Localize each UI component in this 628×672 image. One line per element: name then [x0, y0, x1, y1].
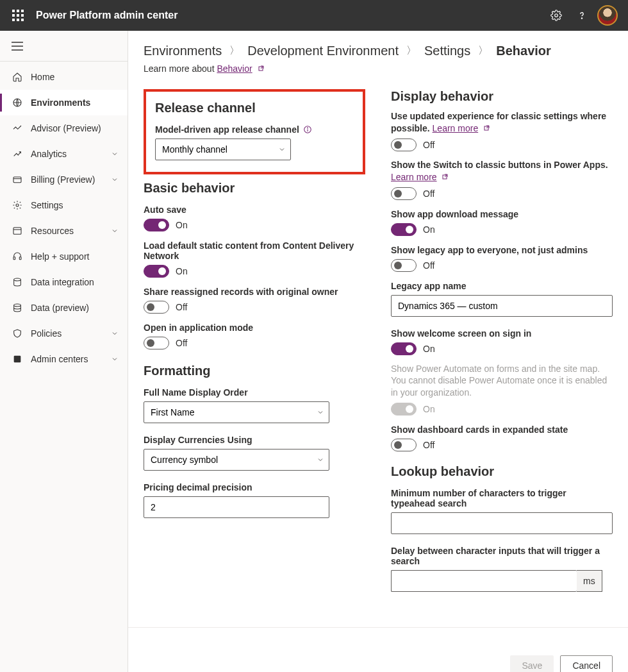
- cdn-label: Load default static content from Content…: [144, 240, 365, 261]
- user-avatar[interactable]: [597, 5, 618, 26]
- sidebar-item-help[interactable]: Help + support: [0, 244, 128, 269]
- nav-label: Help + support: [31, 251, 89, 262]
- chevron-right-icon: 〉: [478, 44, 488, 58]
- welcome-label: Show welcome screen on sign in: [391, 328, 613, 339]
- toggle-state: On: [423, 404, 435, 414]
- nav-label: Resources: [31, 226, 74, 236]
- delay-input[interactable]: [391, 570, 577, 592]
- sidebar-item-policies[interactable]: Policies: [0, 321, 128, 346]
- help-icon: [576, 10, 588, 21]
- svg-rect-12: [19, 257, 21, 260]
- data-integration-icon: [12, 277, 22, 287]
- external-link-icon: [258, 65, 265, 73]
- svg-rect-15: [14, 356, 21, 363]
- svg-rect-6: [13, 177, 21, 183]
- nav-label: Settings: [31, 200, 63, 210]
- learn-more-row: Learn more about Behavior: [144, 63, 613, 74]
- sidebar-item-environments[interactable]: Environments: [0, 90, 128, 115]
- save-button[interactable]: Save: [510, 655, 554, 672]
- breadcrumb-current: Behavior: [496, 44, 551, 58]
- sidebar-toggle[interactable]: [0, 31, 128, 62]
- sidebar-item-admin-centers[interactable]: Admin centers: [0, 346, 128, 372]
- precision-input[interactable]: [144, 496, 329, 518]
- sidebar-item-home[interactable]: Home: [0, 64, 128, 90]
- switch-classic-text: Show the Switch to classic buttons in Po…: [391, 159, 613, 183]
- switch-classic-toggle[interactable]: [391, 187, 417, 200]
- hamburger-icon: [12, 42, 23, 51]
- nav-label: Environments: [31, 97, 90, 108]
- svg-point-8: [16, 204, 19, 206]
- help-button[interactable]: [569, 0, 595, 31]
- currency-select[interactable]: Currency symbol: [144, 449, 329, 471]
- sidebar-item-analytics[interactable]: Analytics: [0, 141, 128, 167]
- learn-more-link[interactable]: Behavior: [217, 63, 252, 74]
- breadcrumb-item[interactable]: Settings: [424, 44, 470, 58]
- cdn-toggle[interactable]: [144, 265, 169, 278]
- sidebar-item-billing[interactable]: Billing (Preview): [0, 167, 128, 192]
- learn-more-link[interactable]: Learn more: [391, 172, 437, 182]
- settings-button[interactable]: [543, 0, 569, 31]
- headset-icon: [12, 251, 22, 262]
- nav-label: Data integration: [31, 277, 94, 287]
- dashboard-cards-toggle[interactable]: [391, 439, 417, 451]
- analytics-icon: [12, 149, 22, 159]
- download-msg-toggle[interactable]: [391, 223, 417, 236]
- breadcrumb: Environments 〉 Development Environment 〉…: [144, 44, 613, 58]
- share-reassigned-toggle[interactable]: [144, 301, 169, 314]
- app-mode-toggle[interactable]: [144, 337, 169, 349]
- dashboard-cards-label: Show dashboard cards in expanded state: [391, 424, 613, 435]
- breadcrumb-item[interactable]: Development Environment: [247, 44, 399, 58]
- release-channel-callout: Release channel Model-driven app release…: [144, 89, 365, 174]
- sidebar-item-data-preview[interactable]: Data (preview): [0, 295, 128, 321]
- legacy-name-input[interactable]: [391, 295, 613, 317]
- top-bar: Power Platform admin center: [0, 0, 628, 31]
- home-icon: [12, 72, 22, 82]
- toggle-state: On: [423, 224, 435, 235]
- svg-point-1: [581, 18, 582, 19]
- policies-icon: [12, 328, 22, 339]
- gear-icon: [550, 10, 562, 21]
- sidebar-item-data-integration[interactable]: Data integration: [0, 269, 128, 295]
- resources-icon: [12, 226, 22, 236]
- nav-label: Analytics: [31, 149, 67, 159]
- breadcrumb-item[interactable]: Environments: [144, 44, 222, 58]
- chevron-down-icon: [111, 176, 119, 183]
- legacy-everyone-toggle[interactable]: [391, 259, 417, 272]
- toggle-state: Off: [176, 338, 187, 348]
- app-launcher-button[interactable]: [5, 0, 31, 31]
- delay-label: Delay between character inputs that will…: [391, 546, 613, 566]
- delay-suffix: ms: [577, 570, 602, 592]
- welcome-toggle[interactable]: [391, 342, 417, 355]
- nav-label: Data (preview): [31, 303, 89, 313]
- svg-rect-11: [13, 257, 15, 260]
- release-channel-select[interactable]: Monthly channel: [155, 139, 291, 160]
- billing-icon: [12, 174, 22, 185]
- sidebar-item-resources[interactable]: Resources: [0, 218, 128, 244]
- auto-save-label: Auto save: [144, 205, 365, 215]
- info-icon[interactable]: [303, 125, 312, 134]
- app-title: Power Platform admin center: [36, 10, 178, 21]
- learn-more-link[interactable]: Learn more: [433, 123, 479, 133]
- toggle-state: Off: [423, 140, 434, 150]
- toggle-state: On: [176, 266, 188, 276]
- waffle-icon: [12, 10, 24, 21]
- external-link-icon: [442, 174, 449, 181]
- min-chars-input[interactable]: [391, 512, 613, 534]
- download-msg-label: Show app download message: [391, 209, 613, 219]
- sidebar-item-advisor[interactable]: Advisor (Preview): [0, 115, 128, 141]
- chevron-down-icon: [111, 227, 119, 235]
- auto-save-toggle[interactable]: [144, 219, 169, 231]
- svg-rect-9: [13, 228, 21, 235]
- sidebar-item-settings[interactable]: Settings: [0, 192, 128, 218]
- updated-exp-toggle[interactable]: [391, 139, 417, 151]
- sidebar: Home Environments Advisor (Preview) Anal…: [0, 31, 128, 672]
- name-order-select[interactable]: First Name: [144, 401, 329, 423]
- section-heading-lookup: Lookup behavior: [391, 464, 613, 479]
- chevron-down-icon: [111, 150, 119, 158]
- svg-point-14: [14, 304, 21, 307]
- admin-centers-icon: [12, 354, 22, 364]
- chevron-down-icon: [111, 330, 119, 337]
- cancel-button[interactable]: Cancel: [560, 655, 613, 672]
- toggle-state: Off: [176, 302, 187, 312]
- release-channel-label: Model-driven app release channel: [155, 124, 299, 135]
